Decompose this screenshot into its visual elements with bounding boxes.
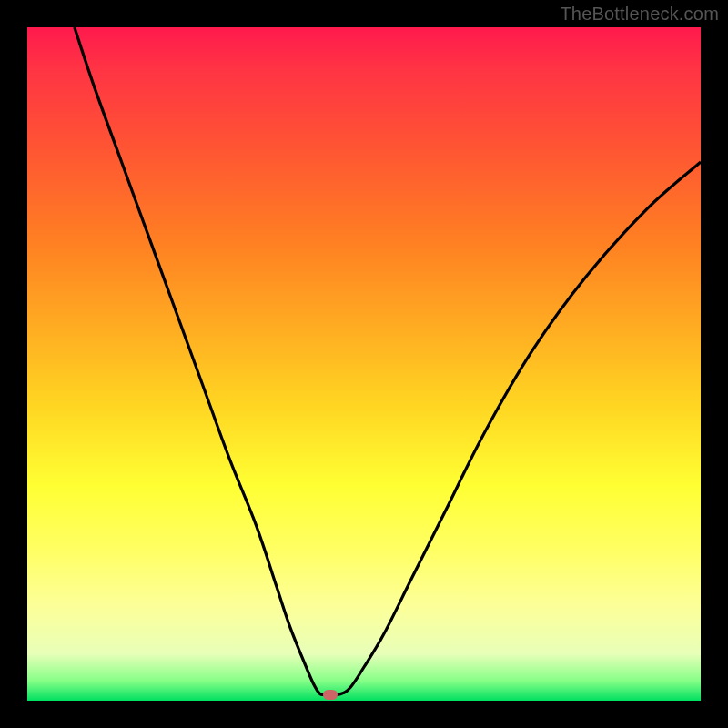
plot-area	[27, 27, 701, 701]
chart-container: TheBottleneck.com	[0, 0, 728, 728]
optimal-point-marker	[323, 690, 338, 700]
watermark-text: TheBottleneck.com	[560, 4, 719, 25]
bottleneck-curve	[27, 27, 701, 701]
